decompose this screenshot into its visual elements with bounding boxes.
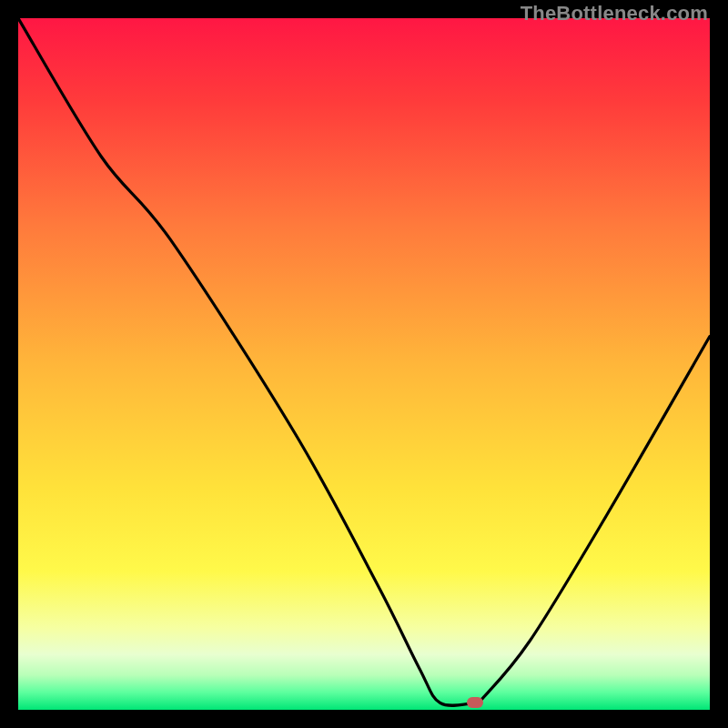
plot-area (18, 18, 710, 710)
bottleneck-curve (18, 18, 710, 710)
optimal-point-marker (467, 697, 483, 708)
chart-frame: TheBottleneck.com (0, 0, 728, 728)
watermark-text: TheBottleneck.com (521, 2, 708, 25)
